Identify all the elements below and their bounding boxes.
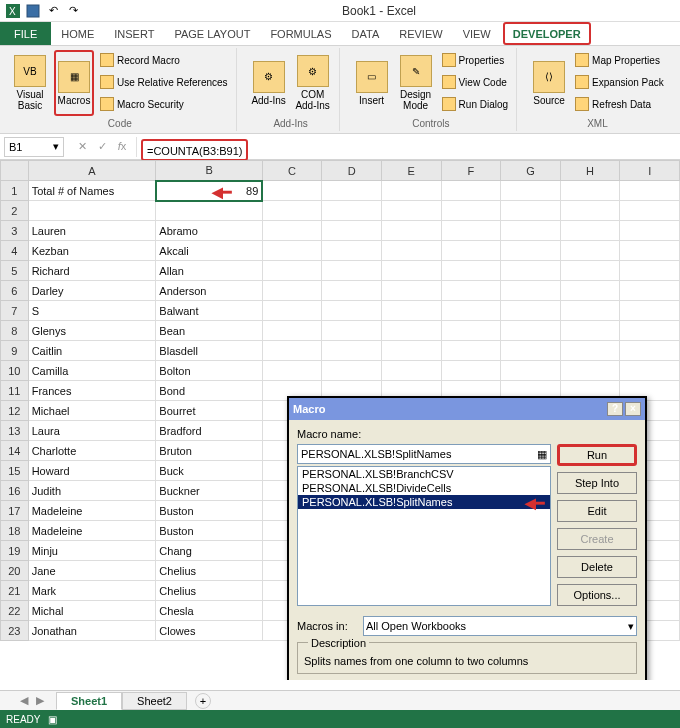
cell[interactable]: Akcali [156, 241, 262, 261]
cell[interactable] [441, 301, 501, 321]
cell[interactable]: Madeleine [28, 501, 156, 521]
cell[interactable] [620, 221, 680, 241]
cell[interactable]: Caitlin [28, 341, 156, 361]
cell[interactable] [322, 281, 382, 301]
cell[interactable]: Bradford [156, 421, 262, 441]
cell[interactable] [262, 301, 322, 321]
sheet-tab-2[interactable]: Sheet2 [122, 692, 187, 710]
cell[interactable] [441, 281, 501, 301]
cell[interactable] [381, 201, 441, 221]
cell[interactable]: Glenys [28, 321, 156, 341]
cancel-formula-icon[interactable]: ✕ [74, 140, 90, 153]
cell[interactable]: Total # of Names [28, 181, 156, 201]
cell[interactable] [620, 281, 680, 301]
cell[interactable] [501, 321, 561, 341]
cell[interactable]: Bruton [156, 441, 262, 461]
cell[interactable]: Jonathan [28, 621, 156, 641]
cell[interactable] [501, 281, 561, 301]
row-header[interactable]: 3 [1, 221, 29, 241]
cell[interactable]: Charlotte [28, 441, 156, 461]
run-dialog-button[interactable]: Run Dialog [440, 94, 510, 114]
row-header[interactable]: 16 [1, 481, 29, 501]
cell[interactable]: Chelius [156, 561, 262, 581]
cell[interactable] [560, 221, 620, 241]
step-into-button[interactable]: Step Into [557, 472, 637, 494]
chevron-down-icon[interactable]: ▾ [53, 140, 59, 153]
cell[interactable] [381, 241, 441, 261]
cell[interactable] [322, 321, 382, 341]
tab-view[interactable]: VIEW [453, 22, 501, 45]
chevron-down-icon[interactable]: ▾ [628, 620, 634, 633]
macro-name-input[interactable]: PERSONAL.XLSB!SplitNames▦ [297, 444, 551, 464]
row-header[interactable]: 2 [1, 201, 29, 221]
cell[interactable] [560, 301, 620, 321]
record-macro-button[interactable]: Record Macro [98, 50, 230, 70]
row-header[interactable]: 1 [1, 181, 29, 201]
cell[interactable]: S [28, 301, 156, 321]
tab-insert[interactable]: INSERT [104, 22, 164, 45]
row-header[interactable]: 13 [1, 421, 29, 441]
delete-button[interactable]: Delete [557, 556, 637, 578]
cell[interactable] [381, 181, 441, 201]
undo-icon[interactable]: ↶ [44, 2, 62, 20]
col-header-b[interactable]: B [156, 161, 262, 181]
cell[interactable] [441, 341, 501, 361]
refresh-data-button[interactable]: Refresh Data [573, 94, 666, 114]
cell[interactable]: Bourret [156, 401, 262, 421]
cell[interactable] [620, 321, 680, 341]
col-header-d[interactable]: D [322, 161, 382, 181]
cell[interactable]: Kezban [28, 241, 156, 261]
properties-button[interactable]: Properties [440, 50, 510, 70]
cell[interactable] [262, 201, 322, 221]
edit-button[interactable]: Edit [557, 500, 637, 522]
design-mode-button[interactable]: ✎Design Mode [396, 50, 436, 116]
cell[interactable] [262, 181, 322, 201]
row-header[interactable]: 12 [1, 401, 29, 421]
cell[interactable]: Michael [28, 401, 156, 421]
macro-record-icon[interactable]: ▣ [48, 714, 57, 725]
cell[interactable] [322, 221, 382, 241]
cell[interactable] [262, 261, 322, 281]
cell[interactable]: Jane [28, 561, 156, 581]
cell[interactable]: Blasdell [156, 341, 262, 361]
cell[interactable] [620, 201, 680, 221]
cell[interactable] [620, 361, 680, 381]
sheet-nav-right-icon[interactable]: ▶ [36, 694, 44, 707]
cell[interactable] [560, 201, 620, 221]
cell[interactable]: Minju [28, 541, 156, 561]
cell[interactable]: Judith [28, 481, 156, 501]
row-header[interactable]: 4 [1, 241, 29, 261]
cell[interactable] [322, 341, 382, 361]
cell[interactable]: Darley [28, 281, 156, 301]
cell[interactable] [560, 281, 620, 301]
cell[interactable] [441, 241, 501, 261]
cell[interactable] [381, 361, 441, 381]
map-properties-button[interactable]: Map Properties [573, 50, 666, 70]
row-header[interactable]: 9 [1, 341, 29, 361]
cell[interactable] [441, 201, 501, 221]
sheet-tab-1[interactable]: Sheet1 [56, 692, 122, 710]
row-header[interactable]: 17 [1, 501, 29, 521]
row-header[interactable]: 18 [1, 521, 29, 541]
range-picker-icon[interactable]: ▦ [537, 448, 547, 461]
cell[interactable] [501, 301, 561, 321]
cell[interactable]: Chang [156, 541, 262, 561]
cell[interactable] [381, 281, 441, 301]
cell[interactable]: Bolton [156, 361, 262, 381]
cell[interactable]: Buckner [156, 481, 262, 501]
cell[interactable] [262, 361, 322, 381]
cell[interactable]: Lauren [28, 221, 156, 241]
cell[interactable] [262, 341, 322, 361]
row-header[interactable]: 14 [1, 441, 29, 461]
xml-source-button[interactable]: ⟨⟩Source [529, 50, 569, 116]
cell[interactable] [322, 201, 382, 221]
col-header-i[interactable]: I [620, 161, 680, 181]
cell[interactable]: Laura [28, 421, 156, 441]
cell[interactable] [262, 321, 322, 341]
cell[interactable] [381, 261, 441, 281]
cell[interactable]: Buck [156, 461, 262, 481]
addins-button[interactable]: ⚙Add-Ins [249, 50, 289, 116]
cell[interactable] [501, 361, 561, 381]
cell[interactable]: Camilla [28, 361, 156, 381]
cell[interactable] [441, 261, 501, 281]
